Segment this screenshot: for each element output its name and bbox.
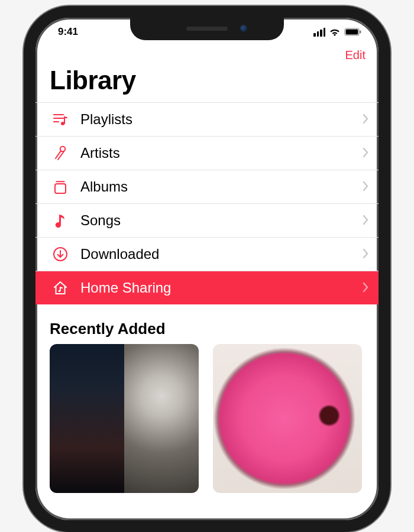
recently-added-header: Recently Added [35,304,379,344]
front-camera [240,25,247,32]
status-time: 9:41 [45,26,78,38]
library-row-label: Albums [80,179,362,195]
phone-frame: 9:41 Edit Library [24,6,390,532]
music-note-icon [50,213,71,228]
library-row-label: Playlists [80,111,362,128]
library-list: Playlists Artists [35,102,379,304]
chevron-right-icon [362,246,369,262]
library-row-home-sharing[interactable]: Home Sharing [35,271,379,304]
chevron-right-icon [362,145,369,161]
battery-icon [344,28,362,36]
library-row-label: Artists [80,145,362,161]
library-row-artists[interactable]: Artists [35,137,379,170]
download-icon [50,246,71,262]
svg-rect-9 [55,184,66,193]
cellular-signal-icon [313,28,325,37]
album-tile[interactable] [50,344,199,493]
playlists-icon [50,112,71,126]
library-row-label: Songs [80,212,362,229]
chevron-right-icon [362,111,369,128]
library-row-songs[interactable]: Songs [35,204,379,238]
speaker-grill [186,27,228,31]
library-row-albums[interactable]: Albums [35,170,379,204]
status-indicators [313,28,369,37]
library-row-downloaded[interactable]: Downloaded [35,238,379,271]
svg-rect-2 [360,30,361,33]
chevron-right-icon [362,280,369,296]
chevron-right-icon [362,179,369,195]
device-notch [130,17,284,40]
home-sharing-icon [50,280,71,296]
chevron-right-icon [362,212,369,229]
library-row-label: Home Sharing [80,280,362,296]
svg-rect-1 [346,30,358,35]
album-tile[interactable] [213,344,362,493]
wifi-icon [329,28,341,37]
album-art [50,344,124,493]
edit-button[interactable]: Edit [345,48,366,62]
page-title: Library [35,62,379,99]
recently-added-row[interactable] [35,344,379,493]
microphone-icon [50,145,71,161]
library-row-label: Downloaded [80,246,362,262]
albums-icon [50,179,71,194]
library-row-playlists[interactable]: Playlists [35,102,379,137]
album-art [124,344,199,493]
navbar: Edit [35,44,379,62]
